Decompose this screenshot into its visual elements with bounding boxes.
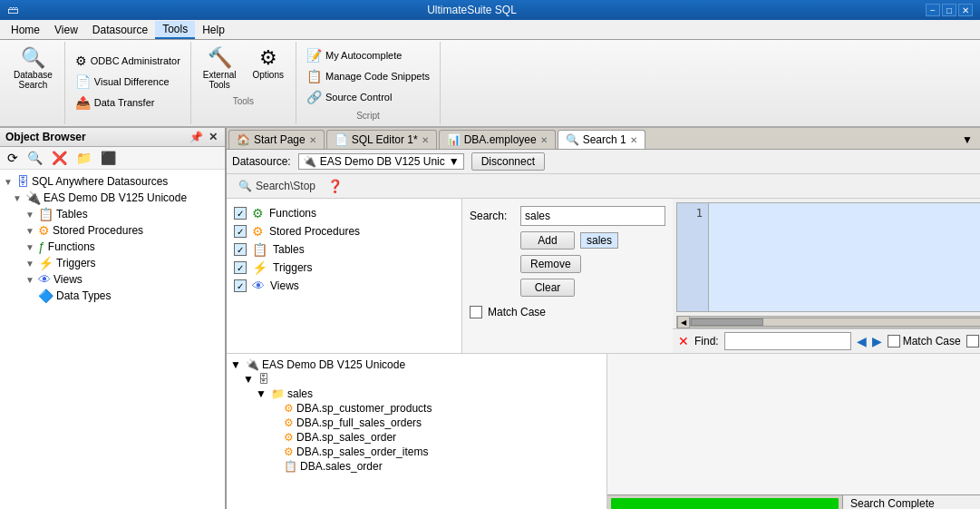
tree-tables[interactable]: ▼ 📋 Tables [0,206,225,222]
find-input[interactable] [724,332,851,350]
collapse-tree-button[interactable]: 📁 [73,149,95,167]
maximize-button[interactable]: □ [942,4,956,16]
external-tools-button[interactable]: 🔨 ExternalTools [197,45,243,93]
close-button[interactable]: ✕ [958,4,973,16]
result-sales-order-table[interactable]: 📋 DBA.sales_order [230,459,603,474]
functions-checkbox[interactable]: ✓ [234,207,247,220]
close-panel-button[interactable]: ✕ [207,131,219,143]
manage-snippets-button[interactable]: 📋 Manage Code Snippets [302,66,434,86]
refresh-tree-button[interactable]: ⟳ [4,149,22,167]
menu-help[interactable]: Help [195,22,232,38]
options-button[interactable]: ⚙ Options [247,45,290,83]
search-type-functions[interactable]: ✓ ⚙ Functions [234,206,454,220]
db-search-label: DatabaseSearch [14,70,53,90]
progress-bar-fill [611,498,839,509]
views-type-icon: 👁 [252,279,265,293]
data-transfer-button[interactable]: 📤 Data Transfer [71,93,185,113]
scroll-thumb[interactable] [691,318,763,326]
source-control-button[interactable]: 🔗 Source Control [302,87,434,107]
menu-view[interactable]: View [47,22,85,38]
results-horizontal-scrollbar[interactable]: ◀ ▶ [676,316,980,328]
result-sp-sales-order-items[interactable]: ⚙ DBA.sp_sales_order_items [230,445,603,459]
sql-editor-close-icon[interactable]: ✕ [422,135,429,145]
panel-header-controls: 📌 ✕ [188,131,219,143]
minimize-button[interactable]: − [926,4,940,16]
title-bar: 🗃 UltimateSuite SQL − □ ✕ [0,0,980,20]
filter-tree-button[interactable]: ⬛ [97,149,120,167]
menu-home[interactable]: Home [4,22,47,38]
pin-button[interactable]: 📌 [188,131,205,143]
menu-datasource[interactable]: Datasource [85,22,155,38]
tree-triggers[interactable]: ▼ ⚡ Triggers [0,255,225,271]
datasource-value: EAS Demo DB V125 Unic [320,155,445,168]
tree-easdemo-db[interactable]: ▼ 🔌 EAS Demo DB V125 Unicode [0,190,225,206]
remove-button[interactable]: Remove [520,255,581,273]
tree-toolbar: ⟳ 🔍 ❌ 📁 ⬛ [0,147,225,170]
result-sp-full-sales-orders[interactable]: ⚙ DBA.sp_full_sales_orders [230,416,603,430]
tab-dba-employee[interactable]: 📊 DBA.employee ✕ [439,130,556,149]
add-button[interactable]: Add [520,231,575,250]
search-stop-button[interactable]: 🔍 Search\Stop [234,178,320,194]
search-tree-button[interactable]: 🔍 [24,149,46,167]
search-type-tables[interactable]: ✓ 📋 Tables [234,242,454,257]
datasource-label: Datasource: [232,155,291,168]
tree-stored-procedures[interactable]: ▼ ⚙ Stored Procedures [0,222,225,239]
find-error-icon[interactable]: ✕ [678,334,689,348]
start-page-close-icon[interactable]: ✕ [309,135,316,145]
result-sp-sales-order[interactable]: ⚙ DBA.sp_sales_order [230,430,603,445]
clear-tree-button[interactable]: ❌ [48,149,71,167]
find-output-checkbox[interactable] [966,335,979,347]
views-label: Views [53,273,221,286]
match-case-checkbox[interactable] [470,306,482,318]
result-sales-folder[interactable]: ▼ 📁 sales [230,387,603,401]
tables-checkbox[interactable]: ✓ [234,243,247,256]
result-db[interactable]: ▼ 🗄 [230,372,603,387]
menu-tools[interactable]: Tools [155,21,195,39]
dba-employee-close-icon[interactable]: ✕ [540,135,548,145]
datasource-select[interactable]: 🔌 EAS Demo DB V125 Unic ▼ [298,153,464,170]
search1-close-icon[interactable]: ✕ [630,135,637,145]
tools-section-label3: Tools [197,96,290,106]
tab-overflow-button[interactable]: ▼ [956,131,978,149]
stored-procedures-type-icon: ⚙ [252,224,264,239]
tree-functions[interactable]: ▼ ƒ Functions [0,239,225,255]
datasource-icon: 🔌 [303,155,316,168]
search-type-views[interactable]: ✓ 👁 Views [234,279,454,293]
search-type-triggers[interactable]: ✓ ⚡ Triggers [234,260,454,275]
find-output[interactable]: Output [966,335,980,347]
visual-diff-button[interactable]: 📄 Visual Difference [71,72,185,92]
tree-root-datasources[interactable]: ▼ 🗄 SQL Anywhere Datasources [0,173,225,190]
database-search-button[interactable]: 🔍 DatabaseSearch [7,45,59,93]
scroll-left-arrow[interactable]: ◀ [677,316,690,328]
disconnect-button[interactable]: Disconnect [471,152,545,171]
triggers-checkbox[interactable]: ✓ [234,261,247,274]
clear-button[interactable]: Clear [520,279,575,297]
tree-data-types[interactable]: 🔷 Data Types [0,288,225,304]
find-next-button[interactable]: ▶ [872,334,882,348]
tree-views[interactable]: ▼ 👁 Views [0,271,225,288]
odbc-admin-button[interactable]: ⚙ ODBC Administrator [71,51,185,71]
line-number: 1 [683,207,703,220]
tab-sql-editor[interactable]: 📄 SQL Editor 1* ✕ [326,130,437,149]
dba-employee-tab-label: DBA.employee [464,133,537,146]
find-match-case-checkbox[interactable] [888,335,900,347]
result-proc-icon2: ⚙ [284,416,294,429]
scroll-track[interactable] [690,318,980,327]
search-input[interactable] [520,206,665,226]
tab-search1[interactable]: 🔍 Search 1 ✕ [558,130,645,150]
find-match-case[interactable]: Match Case [888,335,961,347]
result-table-icon: 📋 [284,460,297,473]
help-button[interactable]: ❓ [327,179,343,193]
result-easdemo[interactable]: ▼ 🔌 EAS Demo DB V125 Unicode [230,357,603,372]
my-autocomplete-button[interactable]: 📝 My Autocomplete [302,45,434,65]
progress-bar-container [607,495,843,509]
search-type-stored-procedures[interactable]: ✓ ⚙ Stored Procedures [234,224,454,239]
stored-procedures-checkbox[interactable]: ✓ [234,225,247,238]
easdemo-label: EAS Demo DB V125 Unicode [44,191,221,204]
find-prev-button[interactable]: ◀ [857,334,867,348]
result-sp-customer-products[interactable]: ⚙ DBA.sp_customer_products [230,401,603,416]
tab-start-page[interactable]: 🏠 Start Page ✕ [228,130,325,149]
views-checkbox[interactable]: ✓ [234,279,247,292]
results-tree: ▼ 🔌 EAS Demo DB V125 Unicode ▼ 🗄 ▼ 📁 sal… [227,354,607,509]
result-db-icon: 🔌 [246,358,259,371]
